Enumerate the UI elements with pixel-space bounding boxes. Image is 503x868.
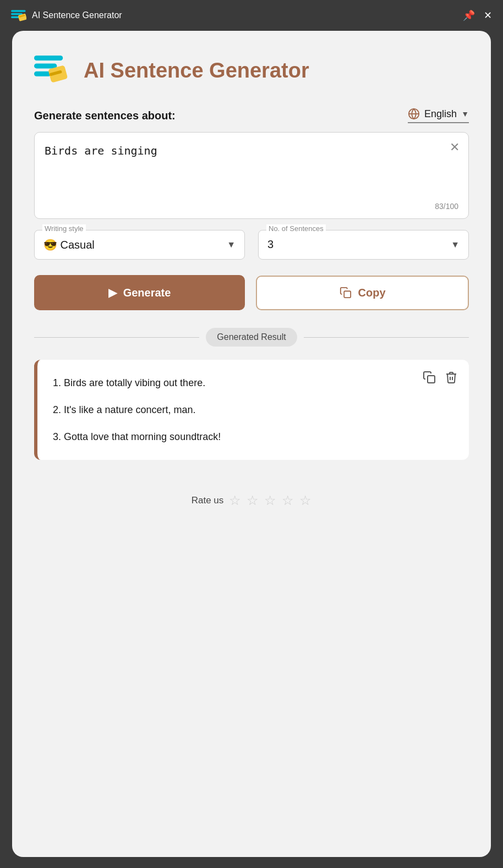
divider-left <box>34 337 199 338</box>
copy-label: Copy <box>358 287 386 299</box>
app-header: AI Sentence Generator <box>34 51 469 90</box>
writing-style-chevron-icon: ▼ <box>227 240 236 250</box>
language-chevron-icon: ▼ <box>461 109 469 118</box>
num-sentences-value[interactable]: 3 ▼ <box>267 238 460 251</box>
num-sentences-dropdown[interactable]: No. of Sentences 3 ▼ <box>258 230 469 260</box>
result-item-3: 3. Gotta love that morning soundtrack! <box>53 429 453 445</box>
divider-right <box>304 337 469 338</box>
rate-footer: Rate us ☆ ☆ ☆ ☆ ☆ <box>34 471 469 514</box>
dropdowns-row: Writing style 😎 Casual ▼ No. of Sentence… <box>34 230 469 260</box>
close-icon[interactable]: ✕ <box>484 9 492 21</box>
language-selector[interactable]: English ▼ <box>408 108 469 123</box>
copy-icon <box>340 287 352 299</box>
star-3[interactable]: ☆ <box>264 493 276 508</box>
star-5[interactable]: ☆ <box>299 493 311 508</box>
app-title: AI Sentence Generator <box>84 59 309 83</box>
result-item-1: 1. Birds are totally vibing out there. <box>53 375 453 391</box>
rate-us-label: Rate us <box>192 495 224 506</box>
num-sentences-chevron-icon: ▼ <box>451 240 460 250</box>
result-copy-icon <box>423 371 436 384</box>
svg-rect-6 <box>34 63 57 68</box>
result-actions <box>423 371 458 387</box>
svg-rect-7 <box>34 72 51 76</box>
result-copy-button[interactable] <box>423 371 436 387</box>
writing-style-label: Writing style <box>42 224 86 233</box>
star-2[interactable]: ☆ <box>247 493 259 508</box>
generate-arrow-icon: ▶ <box>108 286 117 299</box>
title-bar-controls: 📌 ✕ <box>463 9 492 21</box>
copy-button[interactable]: Copy <box>256 276 469 310</box>
language-value: English <box>424 108 457 120</box>
buttons-row: ▶ Generate Copy <box>34 275 469 310</box>
result-item-2: 2. It's like a nature concert, man. <box>53 402 453 418</box>
generated-result-label: Generated Result <box>206 328 297 347</box>
generate-label: Generate <box>123 287 171 299</box>
sentence-input[interactable]: Birds are singing <box>45 142 458 197</box>
svg-rect-12 <box>344 291 351 298</box>
pin-icon[interactable]: 📌 <box>463 9 475 21</box>
main-card: AI Sentence Generator Generate sentences… <box>12 31 491 857</box>
result-delete-button[interactable] <box>445 371 458 387</box>
num-sentences-label: No. of Sentences <box>266 224 326 233</box>
generate-label: Generate sentences about: <box>34 109 176 122</box>
svg-rect-0 <box>11 10 26 12</box>
result-card: 1. Birds are totally vibing out there. 2… <box>34 360 469 460</box>
clear-input-icon[interactable]: ✕ <box>450 140 460 155</box>
globe-icon <box>408 108 420 120</box>
writing-style-text: 😎 Casual <box>43 238 95 251</box>
title-bar-text: AI Sentence Generator <box>32 10 463 20</box>
num-sentences-text: 3 <box>267 238 274 251</box>
char-count: 83/100 <box>45 202 458 211</box>
app-icon <box>11 8 26 23</box>
writing-style-value[interactable]: 😎 Casual ▼ <box>43 238 236 251</box>
star-4[interactable]: ☆ <box>282 493 294 508</box>
delete-icon <box>445 371 458 384</box>
app-logo-icon <box>34 51 74 90</box>
form-label-row: Generate sentences about: English ▼ <box>34 108 469 123</box>
svg-rect-2 <box>11 16 19 18</box>
divider-row: Generated Result <box>34 328 469 347</box>
textarea-wrapper: Birds are singing ✕ 83/100 <box>34 132 469 219</box>
writing-style-dropdown[interactable]: Writing style 😎 Casual ▼ <box>34 230 245 260</box>
star-1[interactable]: ☆ <box>229 493 241 508</box>
generate-button[interactable]: ▶ Generate <box>34 275 245 310</box>
title-bar: AI Sentence Generator 📌 ✕ <box>0 0 503 31</box>
svg-rect-13 <box>428 376 435 383</box>
svg-rect-5 <box>34 56 63 61</box>
